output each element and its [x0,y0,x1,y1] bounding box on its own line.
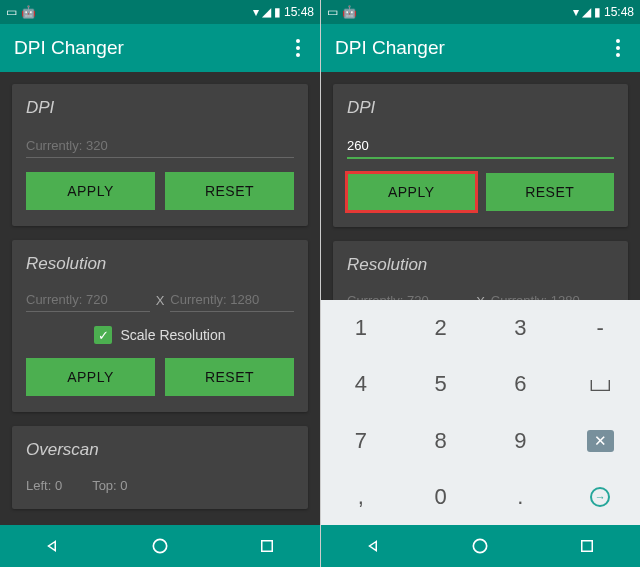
key-9[interactable]: 9 [481,413,561,469]
svg-rect-3 [582,541,593,552]
battery-icon: ▮ [274,5,281,19]
signal-icon: ◢ [262,5,271,19]
key-5[interactable]: 5 [401,356,481,412]
dpi-title: DPI [347,98,614,118]
gallery-icon: ▭ [6,5,17,19]
dpi-card: DPI APPLY RESET [333,84,628,227]
nav-bar [321,525,640,567]
key-dot[interactable]: . [481,469,561,525]
status-time: 15:48 [284,5,314,19]
times-icon: X [156,293,165,312]
key-enter[interactable]: → [560,469,640,525]
svg-point-0 [153,539,166,552]
key-backspace[interactable]: ✕ [560,413,640,469]
overscan-top: Top: 0 [92,478,127,493]
key-4[interactable]: 4 [321,356,401,412]
nav-back-icon[interactable] [363,535,385,557]
key-3[interactable]: 3 [481,300,561,356]
key-6[interactable]: 6 [481,356,561,412]
overscan-title: Overscan [26,440,294,460]
enter-icon: → [590,487,610,507]
status-bar: ▭ 🤖 ▾ ◢ ▮ 15:48 [0,0,320,24]
key-space[interactable]: ⌴ [560,356,640,412]
key-1[interactable]: 1 [321,300,401,356]
key-minus[interactable]: - [560,300,640,356]
android-icon: 🤖 [342,5,357,19]
overscan-left: Left: 0 [26,478,62,493]
app-title: DPI Changer [335,37,445,59]
key-comma[interactable]: , [321,469,401,525]
gallery-icon: ▭ [327,5,338,19]
dpi-reset-button[interactable]: RESET [486,173,615,211]
status-time: 15:48 [604,5,634,19]
signal-icon: ◢ [582,5,591,19]
nav-home-icon[interactable] [469,535,491,557]
nav-back-icon[interactable] [42,535,64,557]
nav-bar [0,525,320,567]
res-height-input[interactable] [170,292,294,312]
scale-label: Scale Resolution [120,327,225,343]
status-bar: ▭ 🤖 ▾ ◢ ▮ 15:48 [321,0,640,24]
key-8[interactable]: 8 [401,413,481,469]
nav-recent-icon[interactable] [256,535,278,557]
resolution-card: Resolution X ✓ Scale Resolution APPLY RE… [12,240,308,412]
app-bar: DPI Changer [321,24,640,72]
key-0[interactable]: 0 [401,469,481,525]
resolution-title: Resolution [347,255,614,275]
wifi-icon: ▾ [253,5,259,19]
app-title: DPI Changer [14,37,124,59]
nav-home-icon[interactable] [149,535,171,557]
dpi-apply-button[interactable]: APPLY [347,173,476,211]
dpi-reset-button[interactable]: RESET [165,172,294,210]
screenshot-left: ▭ 🤖 ▾ ◢ ▮ 15:48 DPI Changer DPI APPLY RE… [0,0,320,567]
android-icon: 🤖 [21,5,36,19]
dpi-apply-button[interactable]: APPLY [26,172,155,210]
dpi-title: DPI [26,98,294,118]
content-area: DPI APPLY RESET Resolution X ✓ Scale Res… [0,72,320,525]
wifi-icon: ▾ [573,5,579,19]
svg-rect-1 [261,541,272,552]
dpi-input[interactable] [347,138,614,159]
nav-recent-icon[interactable] [576,535,598,557]
dpi-card: DPI APPLY RESET [12,84,308,226]
svg-point-2 [474,539,487,552]
key-7[interactable]: 7 [321,413,401,469]
numeric-keyboard: 1 2 3 - 4 5 6 ⌴ 7 8 9 ✕ , 0 . → [321,300,640,525]
res-width-input[interactable] [26,292,150,312]
app-bar: DPI Changer [0,24,320,72]
battery-icon: ▮ [594,5,601,19]
scale-checkbox[interactable]: ✓ [94,326,112,344]
backspace-icon: ✕ [587,430,614,452]
res-apply-button[interactable]: APPLY [26,358,155,396]
overflow-menu-icon[interactable] [610,33,626,63]
res-reset-button[interactable]: RESET [165,358,294,396]
screenshot-right: ▭ 🤖 ▾ ◢ ▮ 15:48 DPI Changer DPI APPLY RE… [320,0,640,567]
overflow-menu-icon[interactable] [290,33,306,63]
resolution-title: Resolution [26,254,294,274]
dpi-input[interactable] [26,138,294,158]
key-2[interactable]: 2 [401,300,481,356]
overscan-card: Overscan Left: 0 Top: 0 [12,426,308,509]
